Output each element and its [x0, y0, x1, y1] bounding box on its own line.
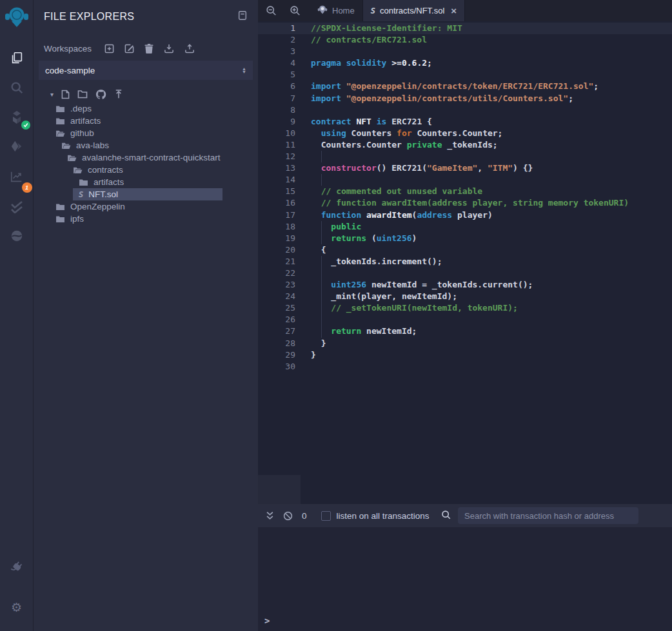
- rename-workspace-icon[interactable]: [124, 44, 134, 53]
- code-line-7[interactable]: 7import "@openzeppelin/contracts/utils/C…: [258, 93, 672, 104]
- rail-plugin-manager-button[interactable]: [5, 556, 28, 579]
- panel-title: FILE EXPLORERS: [44, 11, 134, 23]
- code-line-8[interactable]: 8: [258, 104, 672, 116]
- line-number: 19: [258, 233, 295, 244]
- file-explorer-panel: FILE EXPLORERS Workspaces: [34, 0, 258, 631]
- zoom-in-icon[interactable]: [290, 5, 301, 16]
- code-line-6[interactable]: 6import "@openzeppelin/contracts/token/E…: [258, 81, 672, 92]
- folder-icon: [55, 105, 65, 113]
- book-icon[interactable]: [237, 10, 248, 23]
- tab-nft-sol-label: contracts/NFT.sol: [380, 6, 444, 15]
- code-line-30[interactable]: 30: [258, 361, 672, 373]
- terminal-prompt[interactable]: >: [264, 616, 270, 626]
- code-line-24[interactable]: 24 _mint(player, newItemId);: [258, 291, 672, 302]
- terminal-output[interactable]: >: [258, 527, 672, 631]
- tab-nft-sol[interactable]: S contracts/NFT.sol ×: [363, 0, 465, 21]
- search-icon: [10, 81, 24, 95]
- rail-plugin-circle-button[interactable]: [5, 224, 28, 248]
- tree-item-openzeppelin[interactable]: OpenZeppelin: [34, 200, 258, 213]
- code-line-23[interactable]: 23 uint256 newItemId = _tokenIds.current…: [258, 279, 672, 291]
- tree-item-label: artifacts: [94, 177, 124, 187]
- tab-home[interactable]: Home: [310, 0, 363, 21]
- code-line-14[interactable]: 14: [258, 174, 672, 186]
- new-file-icon[interactable]: [61, 90, 70, 99]
- code-line-2[interactable]: 2// contracts/ERC721.sol: [258, 34, 672, 46]
- line-number: 7: [258, 93, 295, 104]
- rail-settings-button[interactable]: ⚙: [5, 596, 28, 619]
- tree-item-label: ava-labs: [76, 141, 109, 150]
- listen-transactions-checkbox[interactable]: [321, 511, 331, 521]
- code-line-12[interactable]: 12: [258, 151, 672, 162]
- zoom-out-icon[interactable]: [266, 5, 277, 16]
- line-number: 12: [258, 151, 295, 162]
- tree-item-.deps[interactable]: .deps: [34, 102, 258, 115]
- code-line-10[interactable]: 10 using Counters for Counters.Counter;: [258, 128, 672, 139]
- code-line-18[interactable]: 18 public: [258, 221, 672, 233]
- delete-workspace-icon[interactable]: [144, 44, 153, 53]
- icon-rail: 1: [0, 0, 34, 631]
- code-line-20[interactable]: 20 {: [258, 244, 672, 256]
- code-line-25[interactable]: 25 // _setTokenURI(newItemId, tokenURI);: [258, 302, 672, 314]
- tree-item-avalanche-smart-contract-quickstart[interactable]: avalanche-smart-contract-quickstart: [34, 151, 258, 164]
- line-number: 15: [258, 186, 295, 197]
- folder-open-icon: [55, 130, 65, 137]
- rail-solidity-compiler-button[interactable]: [5, 106, 28, 129]
- rail-bottom: ⚙: [5, 552, 28, 631]
- rail-unit-testing-button[interactable]: [5, 195, 28, 218]
- publish-icon[interactable]: [114, 90, 123, 99]
- editor-corner-overlay: [258, 475, 301, 504]
- tree-item-label: github: [70, 128, 94, 138]
- line-number: 27: [258, 325, 295, 337]
- line-number: 17: [258, 209, 295, 221]
- new-folder-icon[interactable]: [77, 90, 88, 99]
- code-line-16[interactable]: 16 // function awardItem(address player,…: [258, 197, 672, 209]
- rail-search-button[interactable]: [5, 76, 28, 99]
- tree-item-github[interactable]: github: [34, 127, 258, 139]
- line-number: 26: [258, 314, 295, 325]
- clear-console-icon[interactable]: [283, 511, 293, 521]
- tree-item-artifacts[interactable]: artifacts: [34, 115, 258, 127]
- code-line-29[interactable]: 29}: [258, 349, 672, 361]
- upload-workspaces-icon[interactable]: [184, 44, 195, 53]
- code-line-17[interactable]: 17 function awardItem(address player): [258, 209, 672, 221]
- code-editor[interactable]: 1//SPDX-License-Identifier: MIT2// contr…: [258, 21, 672, 504]
- remix-logo: [4, 5, 30, 34]
- tree-item-label: artifacts: [70, 116, 101, 126]
- code-line-27[interactable]: 27 return newItemId;: [258, 325, 672, 337]
- rail-deploy-run-button[interactable]: [5, 135, 28, 159]
- code-line-5[interactable]: 5: [258, 69, 672, 81]
- transaction-count: 0: [302, 511, 307, 521]
- tree-item-nft.sol[interactable]: SNFT.sol: [34, 188, 258, 200]
- code-line-3[interactable]: 3: [258, 46, 672, 57]
- code-line-11[interactable]: 11 Counters.Counter private _tokenIds;: [258, 139, 672, 151]
- tree-item-artifacts[interactable]: artifacts: [34, 176, 258, 188]
- tree-item-ipfs[interactable]: ipfs: [34, 213, 258, 225]
- transaction-search-input[interactable]: [458, 507, 638, 524]
- tree-item-contracts[interactable]: contracts: [34, 164, 258, 176]
- github-icon[interactable]: [95, 89, 106, 100]
- files-icon: [10, 51, 24, 65]
- code-line-28[interactable]: 28 }: [258, 338, 672, 349]
- add-workspace-icon[interactable]: [104, 44, 114, 53]
- code-line-22[interactable]: 22: [258, 267, 672, 279]
- code-line-9[interactable]: 9contract NFT is ERC721 {: [258, 116, 672, 128]
- code-line-19[interactable]: 19 returns (uint256): [258, 233, 672, 244]
- chart-icon: [10, 170, 24, 184]
- code-line-13[interactable]: 13 constructor() ERC721("GameItem", "ITM…: [258, 162, 672, 174]
- rail-analytics-button[interactable]: 1: [5, 165, 28, 188]
- rail-file-explorer-button[interactable]: [5, 46, 28, 70]
- code-line-1[interactable]: 1//SPDX-License-Identifier: MIT: [258, 23, 672, 34]
- code-line-26[interactable]: 26: [258, 314, 672, 325]
- code-line-4[interactable]: 4pragma solidity >=0.6.2;: [258, 57, 672, 69]
- line-number: 21: [258, 256, 295, 267]
- close-tab-icon[interactable]: ×: [451, 5, 457, 16]
- workspace-select[interactable]: code-sample ▲▼: [39, 61, 253, 80]
- code-line-21[interactable]: 21 _tokenIds.increment();: [258, 256, 672, 267]
- folder-icon: [79, 179, 88, 186]
- download-workspaces-icon[interactable]: [164, 44, 174, 53]
- expand-terminal-icon[interactable]: [266, 511, 274, 520]
- collapse-tree-icon[interactable]: ▾: [50, 91, 54, 98]
- code-line-15[interactable]: 15 // commented out unused variable: [258, 186, 672, 197]
- tree-item-ava-labs[interactable]: ava-labs: [34, 139, 258, 151]
- tree-item-label: NFT.sol: [88, 189, 118, 199]
